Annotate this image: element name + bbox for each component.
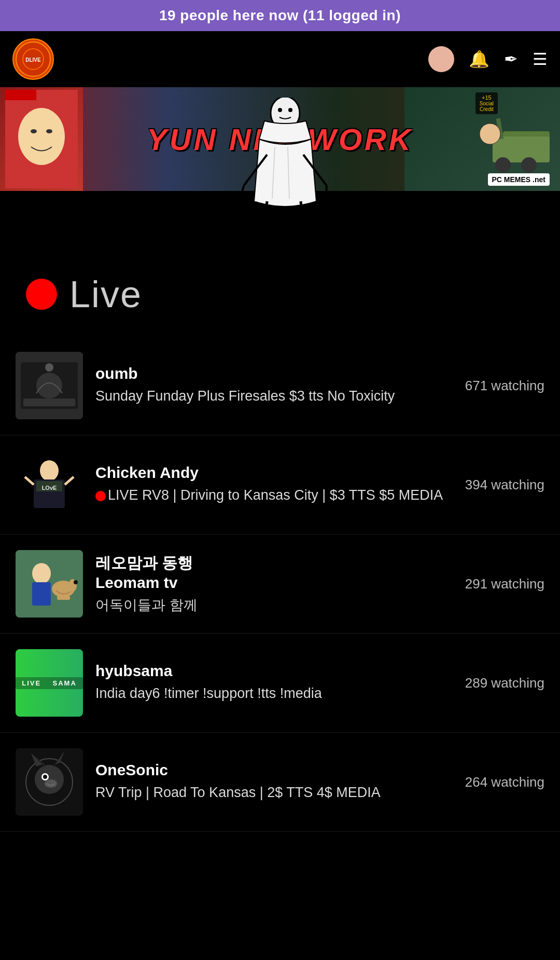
watcher-count: 671 watching (465, 378, 544, 394)
stream-thumbnail-hyubsama: LIVE SAMA (16, 649, 83, 717)
stream-description: 어독이들과 함께 (95, 596, 453, 615)
social-credit-badge: +15 SocialCredit (475, 92, 498, 114)
stream-list: oumb Sunday Funday Plus Firesales $3 tts… (0, 336, 560, 853)
stream-thumbnail-chicken-andy: LOvE (16, 451, 83, 518)
svg-point-22 (301, 278, 319, 286)
svg-point-12 (521, 157, 537, 173)
menu-icon[interactable]: ☰ (533, 49, 548, 69)
svg-line-26 (324, 186, 327, 232)
svg-point-31 (45, 363, 53, 372)
stream-name: Chicken Andy (95, 464, 453, 482)
avatar[interactable] (428, 46, 454, 72)
svg-rect-41 (32, 582, 51, 606)
svg-point-11 (495, 157, 511, 173)
svg-point-33 (40, 460, 59, 481)
list-item[interactable]: OneSonic RV Trip | Road To Kansas | 2$ T… (0, 733, 560, 832)
svg-line-25 (233, 186, 244, 227)
svg-point-6 (46, 129, 52, 133)
watcher-count: 289 watching (465, 675, 544, 691)
stream-description: Sunday Funday Plus Firesales $3 tts No T… (95, 387, 453, 406)
list-item[interactable]: LOvE Chicken Andy LIVE RV8 | Driving to … (0, 435, 560, 534)
stream-description: LIVE RV8 | Driving to Kansas City | $3 T… (95, 486, 453, 505)
stream-info-onesonic: OneSonic RV Trip | Road To Kansas | 2$ T… (95, 761, 453, 803)
watcher-count: 264 watching (465, 774, 544, 790)
svg-text:DLIVE: DLIVE (25, 57, 41, 63)
svg-point-5 (31, 129, 37, 133)
live-label: Live (69, 273, 142, 316)
pc-memes-badge: PC MEMES .net (488, 173, 550, 186)
stream-description: RV Trip | Road To Kansas | 2$ TTS 4$ MED… (95, 783, 453, 803)
pen-icon[interactable]: ✒ (504, 49, 518, 69)
stream-info-leomam: 레오맘과 동행 Leomam tv 어독이들과 함께 (95, 553, 453, 615)
svg-point-4 (18, 108, 65, 165)
svg-point-44 (74, 580, 78, 584)
svg-point-21 (248, 278, 267, 286)
stream-thumbnail-oumb (16, 352, 83, 419)
stream-name: 레오맘과 동행 Leomam tv (95, 553, 453, 592)
watcher-count: 394 watching (465, 477, 544, 493)
svg-point-54 (43, 775, 47, 779)
live-dot (26, 279, 57, 310)
svg-point-55 (45, 779, 57, 788)
stream-thumbnail-onesonic (16, 748, 83, 816)
svg-rect-45 (57, 596, 70, 600)
header: DLIVE 🔔 ✒ ☰ (0, 31, 560, 87)
live-section: Live (0, 191, 560, 336)
svg-line-20 (301, 201, 309, 279)
site-logo[interactable]: DLIVE (12, 38, 54, 80)
watcher-count: 291 watching (465, 576, 544, 592)
svg-rect-8 (5, 90, 36, 100)
bell-icon[interactable]: 🔔 (469, 49, 489, 69)
stream-info-oumb: oumb Sunday Funday Plus Firesales $3 tts… (95, 365, 453, 406)
stream-info-hyubsama: hyubsama India day6 !timer !support !tts… (95, 662, 453, 704)
header-icons: 🔔 ✒ ☰ (428, 46, 548, 72)
list-item[interactable]: 레오맘과 동행 Leomam tv 어독이들과 함께 291 watching (0, 534, 560, 634)
stick-figure (228, 98, 342, 318)
svg-point-17 (278, 108, 282, 112)
svg-text:LOvE: LOvE (42, 485, 57, 491)
svg-point-18 (288, 108, 292, 112)
stream-info-chicken-andy: Chicken Andy LIVE RV8 | Driving to Kansa… (95, 464, 453, 505)
stream-name: oumb (95, 365, 453, 382)
stream-name: hyubsama (95, 662, 453, 680)
viewer-count-banner: 19 people here now (11 logged in) (0, 0, 560, 31)
svg-line-19 (259, 201, 267, 279)
svg-point-29 (36, 373, 62, 399)
stream-name: OneSonic (95, 761, 453, 779)
stream-description: India day6 !timer !support !tts !media (95, 684, 453, 704)
list-item[interactable]: LIVE SAMA hyubsama India day6 !timer !su… (0, 634, 560, 733)
stream-thumbnail-leomam (16, 550, 83, 618)
list-item[interactable]: oumb Sunday Funday Plus Firesales $3 tts… (0, 336, 560, 435)
svg-point-48 (35, 765, 64, 794)
svg-point-40 (32, 563, 51, 584)
svg-rect-30 (23, 399, 75, 406)
